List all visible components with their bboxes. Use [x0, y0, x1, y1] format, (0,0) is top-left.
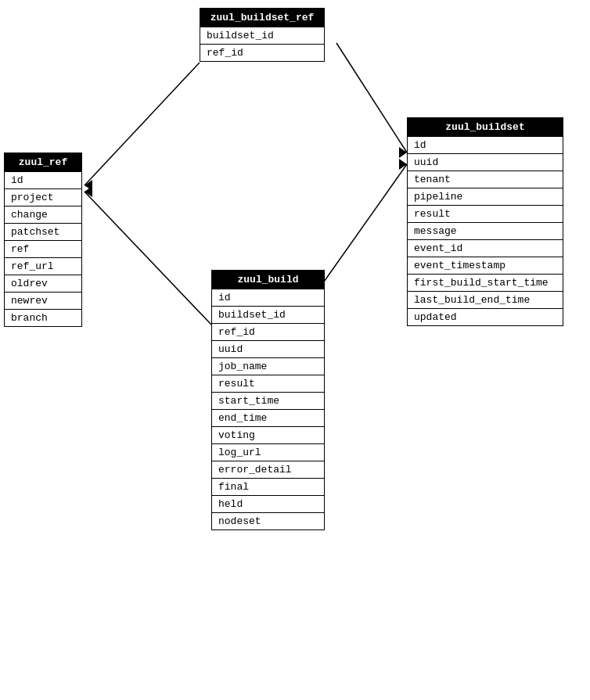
svg-line-2: [336, 43, 407, 153]
table-zuul-buildset-ref: zuul_buildset_ref buildset_id ref_id: [200, 8, 325, 62]
table-header-zuul-buildset: zuul_buildset: [408, 118, 563, 136]
svg-line-4: [85, 192, 211, 325]
field-buildset-id: buildset_id: [200, 27, 324, 44]
svg-marker-7: [399, 159, 407, 170]
field-first-build-start-time: first_build_start_time: [408, 274, 563, 291]
field-nodeset: nodeset: [212, 512, 324, 529]
field-id: id: [408, 136, 563, 153]
field-ref: ref: [5, 240, 81, 257]
field-message: message: [408, 222, 563, 239]
field-final: final: [212, 478, 324, 495]
field-tenant: tenant: [408, 171, 563, 188]
field-voting: voting: [212, 426, 324, 443]
field-start-time: start_time: [212, 392, 324, 409]
field-ref-id: ref_id: [212, 323, 324, 340]
field-oldrev: oldrev: [5, 275, 81, 292]
field-log-url: log_url: [212, 443, 324, 461]
field-updated: updated: [408, 308, 563, 325]
table-zuul-buildset: zuul_buildset id uuid tenant pipeline re…: [407, 117, 563, 326]
field-result: result: [408, 205, 563, 222]
field-uuid: uuid: [212, 340, 324, 357]
svg-line-0: [85, 63, 200, 185]
field-pipeline: pipeline: [408, 188, 563, 205]
field-branch: branch: [5, 309, 81, 326]
field-error-detail: error_detail: [212, 461, 324, 478]
svg-marker-3: [399, 147, 407, 158]
table-zuul-build: zuul_build id buildset_id ref_id uuid jo…: [211, 270, 325, 530]
table-header-zuul-build: zuul_build: [212, 271, 324, 289]
table-header-zuul-buildset-ref: zuul_buildset_ref: [200, 9, 324, 27]
field-job-name: job_name: [212, 357, 324, 375]
field-project: project: [5, 188, 81, 206]
field-ref-url: ref_url: [5, 257, 81, 275]
field-event-timestamp: event_timestamp: [408, 257, 563, 274]
table-zuul-ref: zuul_ref id project change patchset ref …: [4, 153, 82, 327]
field-id: id: [212, 289, 324, 306]
table-header-zuul-ref: zuul_ref: [5, 153, 81, 171]
field-patchset: patchset: [5, 223, 81, 240]
field-newrev: newrev: [5, 292, 81, 309]
svg-marker-5: [85, 186, 92, 197]
field-last-build-end-time: last_build_end_time: [408, 291, 563, 308]
svg-marker-1: [85, 180, 92, 191]
field-end-time: end_time: [212, 409, 324, 426]
field-id: id: [5, 171, 81, 188]
field-uuid: uuid: [408, 153, 563, 171]
field-buildset-id: buildset_id: [212, 306, 324, 323]
field-held: held: [212, 495, 324, 512]
field-ref-id: ref_id: [200, 44, 324, 61]
field-event-id: event_id: [408, 239, 563, 257]
svg-line-6: [313, 164, 407, 297]
field-result: result: [212, 375, 324, 392]
field-change: change: [5, 206, 81, 223]
